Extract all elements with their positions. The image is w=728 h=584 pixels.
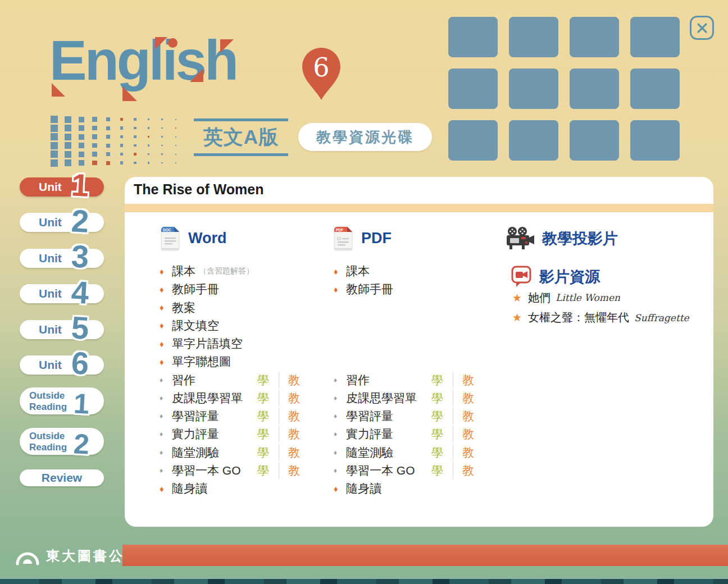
menu-button[interactable] bbox=[630, 17, 680, 57]
student-version-link[interactable]: 學 bbox=[257, 408, 269, 424]
teacher-version-link[interactable]: 教 bbox=[462, 426, 474, 442]
menu-button[interactable] bbox=[448, 17, 498, 57]
footer-links-bar bbox=[122, 545, 728, 566]
student-version-link[interactable]: 學 bbox=[257, 463, 269, 478]
student-version-link[interactable]: 學 bbox=[431, 390, 443, 406]
teacher-version-link[interactable]: 教 bbox=[288, 408, 300, 424]
resource-item[interactable]: ♦ 教師手冊 bbox=[160, 280, 334, 298]
star-icon: ★ bbox=[512, 311, 528, 324]
resource-item[interactable]: ♦ 隨身讀 bbox=[334, 480, 508, 498]
menu-button[interactable] bbox=[570, 120, 619, 161]
sidebar-unit-item[interactable]: Unit 1 bbox=[20, 177, 104, 197]
resource-item[interactable]: ♦ 學習評量 學 教 bbox=[334, 407, 508, 425]
resource-item[interactable]: ♦ 隨堂測驗 學 教 bbox=[160, 444, 334, 462]
resource-item[interactable]: ♦ 皮課思學習單 學 教 bbox=[160, 389, 334, 407]
video-resource-item[interactable]: ★ 女權之聲：無懼年代 Suffragette bbox=[512, 308, 709, 327]
resource-item[interactable]: ♦ 課本 bbox=[334, 262, 508, 280]
video-resource-item[interactable]: ★ 她們 Little Women bbox=[512, 288, 709, 307]
menu-button[interactable] bbox=[570, 17, 619, 57]
teacher-version-link[interactable]: 教 bbox=[288, 463, 300, 478]
resource-item[interactable]: ♦ 隨身讀 bbox=[160, 480, 334, 498]
video-english-title: Suffragette bbox=[634, 312, 689, 323]
student-version-link[interactable]: 學 bbox=[257, 445, 269, 460]
resource-item[interactable]: ♦ 學習一本 GO 學 教 bbox=[334, 462, 508, 480]
menu-button[interactable] bbox=[570, 69, 619, 109]
sidebar-unit-item[interactable]: Unit 6 bbox=[20, 355, 104, 375]
resource-item[interactable]: ♦ 習作 學 教 bbox=[160, 371, 334, 389]
student-version-link[interactable]: 學 bbox=[257, 390, 269, 406]
teacher-version-link[interactable]: 教 bbox=[462, 463, 474, 478]
teacher-version-link[interactable]: 教 bbox=[462, 445, 474, 460]
diamond-bullet-icon: ♦ bbox=[160, 467, 172, 474]
sidebar-unit-item[interactable]: Unit 3 bbox=[20, 249, 104, 268]
top-menu-grid bbox=[448, 17, 680, 161]
pdf-section-header: PDF PDF bbox=[333, 225, 392, 251]
menu-button[interactable] bbox=[509, 17, 558, 57]
menu-button[interactable] bbox=[630, 120, 680, 161]
menu-button[interactable] bbox=[448, 120, 498, 161]
video-section-header: 影片資源 bbox=[511, 266, 600, 288]
student-version-link[interactable]: 學 bbox=[431, 426, 443, 442]
student-version-link[interactable]: 學 bbox=[431, 463, 443, 478]
slides-section-header[interactable]: 教學投影片 bbox=[506, 226, 618, 251]
teacher-version-link[interactable]: 教 bbox=[288, 445, 300, 460]
student-version-link[interactable]: 學 bbox=[257, 372, 269, 388]
close-button[interactable] bbox=[690, 16, 714, 40]
menu-button[interactable] bbox=[509, 69, 558, 109]
resource-label: 皮課思學習單 bbox=[346, 390, 417, 406]
film-projector-icon bbox=[506, 226, 535, 251]
resource-item[interactable]: ♦ 實力評量 學 教 bbox=[160, 425, 334, 443]
teacher-version-link[interactable]: 教 bbox=[288, 390, 300, 406]
resource-item[interactable]: ♦ 隨堂測驗 學 教 bbox=[334, 444, 508, 462]
sidebar-review-item[interactable]: Review bbox=[20, 469, 104, 486]
teacher-version-link[interactable]: 教 bbox=[462, 390, 474, 406]
unit-label: Unit bbox=[39, 323, 62, 336]
student-version-link[interactable]: 學 bbox=[257, 426, 269, 442]
diamond-bullet-icon: ♦ bbox=[160, 285, 172, 294]
sidebar-outside-reading-item[interactable]: OutsideReading 2 bbox=[20, 428, 104, 455]
version-tags: 學 教 bbox=[257, 407, 300, 425]
resource-item[interactable]: ♦ 課本 （含習題解答） bbox=[160, 262, 334, 280]
resource-item[interactable]: ♦ 單字聯想圖 bbox=[160, 353, 334, 371]
diamond-bullet-icon: ♦ bbox=[160, 394, 172, 402]
unit-label: Unit bbox=[39, 252, 62, 265]
resource-item[interactable]: ♦ 教案 bbox=[160, 299, 334, 317]
resource-label: 隨堂測驗 bbox=[346, 445, 393, 460]
resource-item[interactable]: ♦ 學習一本 GO 學 教 bbox=[160, 462, 334, 480]
version-tags: 學 教 bbox=[431, 371, 474, 389]
menu-button[interactable] bbox=[509, 120, 558, 161]
student-version-link[interactable]: 學 bbox=[431, 372, 443, 388]
sidebar-unit-item[interactable]: Unit 5 bbox=[20, 320, 104, 339]
sidebar-outside-reading-item[interactable]: OutsideReading 1 bbox=[20, 387, 104, 414]
resource-item[interactable]: ♦ 單字片語填空 bbox=[160, 335, 334, 353]
resource-item[interactable]: ♦ 實力評量 學 教 bbox=[334, 425, 508, 443]
version-tags: 學 教 bbox=[431, 462, 474, 480]
tag-divider bbox=[279, 426, 279, 442]
student-version-link[interactable]: 學 bbox=[431, 445, 443, 460]
resource-item[interactable]: ♦ 皮課思學習單 學 教 bbox=[334, 389, 508, 407]
resource-item[interactable]: ♦ 課文填空 bbox=[160, 317, 334, 335]
resource-label: 學習一本 GO bbox=[346, 463, 415, 478]
sidebar-unit-item[interactable]: Unit 2 bbox=[20, 213, 104, 232]
word-resource-list: ♦ 課本 （含習題解答） ♦ 教師手冊 ♦ 教案 ♦ 課文填空 ♦ bbox=[160, 262, 334, 501]
menu-button[interactable] bbox=[630, 69, 680, 109]
teacher-version-link[interactable]: 教 bbox=[288, 426, 300, 442]
resource-item[interactable]: ♦ 學習評量 學 教 bbox=[160, 407, 334, 425]
diamond-bullet-icon: ♦ bbox=[334, 285, 346, 294]
doc-badge: DOC bbox=[163, 228, 171, 232]
teacher-version-link[interactable]: 教 bbox=[462, 372, 474, 388]
diamond-bullet-icon: ♦ bbox=[160, 321, 172, 330]
menu-button[interactable] bbox=[448, 69, 498, 109]
diamond-bullet-icon: ♦ bbox=[160, 484, 172, 494]
student-version-link[interactable]: 學 bbox=[431, 408, 443, 424]
teacher-version-link[interactable]: 教 bbox=[462, 408, 474, 424]
unit-number: 4 bbox=[71, 279, 90, 306]
resource-item[interactable]: ♦ 習作 學 教 bbox=[334, 371, 508, 389]
unit-label: Unit bbox=[39, 287, 62, 300]
resource-item[interactable]: ♦ 教師手冊 bbox=[334, 280, 508, 298]
teacher-version-link[interactable]: 教 bbox=[288, 372, 300, 388]
sidebar-unit-item[interactable]: Unit 4 bbox=[20, 284, 104, 303]
diamond-bullet-icon: ♦ bbox=[160, 412, 172, 420]
resource-label: 課文填空 bbox=[172, 318, 219, 334]
video-resource-list: ★ 她們 Little Women ★ 女權之聲：無懼年代 Suffragett… bbox=[512, 288, 709, 339]
